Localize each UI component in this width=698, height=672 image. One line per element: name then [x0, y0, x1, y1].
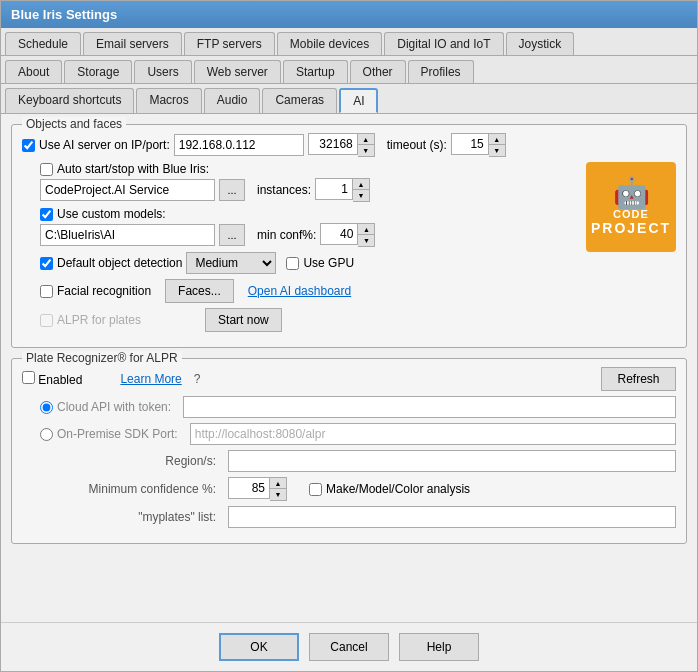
start-now-button[interactable]: Start now	[205, 308, 282, 332]
timeout-spin-down[interactable]: ▼	[489, 145, 505, 156]
service-row: ... instances: ▲ ▼	[40, 178, 570, 202]
enabled-checkbox[interactable]	[22, 371, 35, 384]
tab-profiles[interactable]: Profiles	[408, 60, 474, 83]
models-path-row: ... min conf%: ▲ ▼	[40, 223, 570, 247]
auto-start-checkbox[interactable]	[40, 163, 53, 176]
default-detection-row: Default object detection Medium Low High…	[40, 252, 570, 274]
instances-spin-down[interactable]: ▼	[353, 190, 369, 201]
instances-label: instances:	[257, 183, 311, 197]
robot-icon: 🤖	[613, 178, 650, 208]
port-input[interactable]	[308, 133, 358, 155]
min-confidence-row: Minimum confidence %: ▲ ▼ Make/Model/Col…	[22, 477, 676, 501]
open-ai-dashboard-link[interactable]: Open AI dashboard	[248, 284, 351, 298]
tab-audio[interactable]: Audio	[204, 88, 261, 113]
min-conf-alpr-spin-up[interactable]: ▲	[270, 478, 286, 489]
tab-digital-io[interactable]: Digital IO and IoT	[384, 32, 503, 55]
region-input[interactable]	[228, 450, 676, 472]
min-confidence-spin-buttons: ▲ ▼	[270, 477, 287, 501]
timeout-label: timeout (s):	[387, 138, 447, 152]
refresh-button[interactable]: Refresh	[601, 367, 676, 391]
tab-users[interactable]: Users	[134, 60, 191, 83]
timeout-spin-up[interactable]: ▲	[489, 134, 505, 145]
min-conf-spin-up[interactable]: ▲	[358, 224, 374, 235]
min-confidence-input[interactable]	[228, 477, 270, 499]
region-label: Region/s:	[22, 454, 222, 468]
cloud-api-label: Cloud API with token:	[40, 400, 171, 414]
tab-mobile-devices[interactable]: Mobile devices	[277, 32, 382, 55]
instances-input[interactable]	[315, 178, 353, 200]
facial-recognition-label: Facial recognition	[40, 284, 151, 298]
detection-level-dropdown[interactable]: Medium Low High	[186, 252, 276, 274]
tab-schedule[interactable]: Schedule	[5, 32, 81, 55]
auto-start-row: Auto start/stop with Blue Iris:	[40, 162, 570, 176]
content-area: Objects and faces Use AI server on IP/po…	[1, 114, 697, 622]
min-conf-input[interactable]	[320, 223, 358, 245]
auto-start-label: Auto start/stop with Blue Iris:	[40, 162, 209, 176]
min-confidence-spinbox: ▲ ▼	[228, 477, 287, 501]
use-ai-server-checkbox[interactable]	[22, 139, 35, 152]
tab-ai[interactable]: AI	[339, 88, 378, 113]
objects-faces-label: Objects and faces	[22, 117, 126, 131]
on-premise-input[interactable]	[190, 423, 676, 445]
cloud-api-radio[interactable]	[40, 401, 53, 414]
custom-models-checkbox[interactable]	[40, 208, 53, 221]
ok-button[interactable]: OK	[219, 633, 299, 661]
make-model-checkbox[interactable]	[309, 483, 322, 496]
models-browse-button[interactable]: ...	[219, 224, 245, 246]
tab-web-server[interactable]: Web server	[194, 60, 281, 83]
tabs-row2: About Storage Users Web server Startup O…	[1, 56, 697, 84]
on-premise-radio[interactable]	[40, 428, 53, 441]
default-detection-checkbox[interactable]	[40, 257, 53, 270]
alpr-plates-label: ALPR for plates	[40, 313, 141, 327]
tab-cameras[interactable]: Cameras	[262, 88, 337, 113]
tab-startup[interactable]: Startup	[283, 60, 348, 83]
learn-more-link[interactable]: Learn More	[120, 372, 181, 386]
cancel-button[interactable]: Cancel	[309, 633, 389, 661]
default-detection-label: Default object detection	[40, 256, 182, 270]
faces-button[interactable]: Faces...	[165, 279, 234, 303]
min-conf-label: min conf%:	[257, 228, 316, 242]
service-input[interactable]	[40, 179, 215, 201]
plate-recognizer-section: Plate Recognizer® for ALPR Enabled Learn…	[11, 358, 687, 544]
ip-input[interactable]	[174, 134, 304, 156]
custom-models-label: Use custom models:	[40, 207, 166, 221]
question-mark: ?	[194, 372, 201, 386]
instances-spinbox: ▲ ▼	[315, 178, 370, 202]
instances-spin-buttons: ▲ ▼	[353, 178, 370, 202]
port-spinbox: ▲ ▼	[308, 133, 375, 157]
timeout-spinbox: ▲ ▼	[451, 133, 506, 157]
alpr-enabled-row: Enabled Learn More ? Refresh	[22, 367, 676, 391]
min-conf-spin-down[interactable]: ▼	[358, 235, 374, 246]
tab-email-servers[interactable]: Email servers	[83, 32, 182, 55]
alpr-plates-checkbox[interactable]	[40, 314, 53, 327]
myplates-label: "myplates" list:	[22, 510, 222, 524]
cloud-api-row: Cloud API with token:	[40, 396, 676, 418]
min-confidence-label: Minimum confidence %:	[22, 482, 222, 496]
tab-ftp-servers[interactable]: FTP servers	[184, 32, 275, 55]
facial-recognition-checkbox[interactable]	[40, 285, 53, 298]
use-gpu-label: Use GPU	[286, 256, 354, 270]
make-model-label: Make/Model/Color analysis	[309, 482, 470, 496]
port-spin-up[interactable]: ▲	[358, 134, 374, 145]
help-button[interactable]: Help	[399, 633, 479, 661]
service-browse-button[interactable]: ...	[219, 179, 245, 201]
instances-spin-up[interactable]: ▲	[353, 179, 369, 190]
tab-macros[interactable]: Macros	[136, 88, 201, 113]
min-conf-alpr-spin-down[interactable]: ▼	[270, 489, 286, 500]
cloud-token-input[interactable]	[183, 396, 676, 418]
window-title: Blue Iris Settings	[11, 7, 117, 22]
enabled-label: Enabled	[22, 371, 82, 387]
port-spin-down[interactable]: ▼	[358, 145, 374, 156]
timeout-input[interactable]	[451, 133, 489, 155]
tab-keyboard-shortcuts[interactable]: Keyboard shortcuts	[5, 88, 134, 113]
titlebar: Blue Iris Settings	[1, 1, 697, 28]
tab-about[interactable]: About	[5, 60, 62, 83]
models-path-input[interactable]	[40, 224, 215, 246]
myplates-input[interactable]	[228, 506, 676, 528]
tab-joystick[interactable]: Joystick	[506, 32, 575, 55]
use-gpu-checkbox[interactable]	[286, 257, 299, 270]
tab-other[interactable]: Other	[350, 60, 406, 83]
use-ai-server-label: Use AI server on IP/port:	[22, 138, 170, 152]
tab-storage[interactable]: Storage	[64, 60, 132, 83]
tabs-row1: Schedule Email servers FTP servers Mobil…	[1, 28, 697, 56]
